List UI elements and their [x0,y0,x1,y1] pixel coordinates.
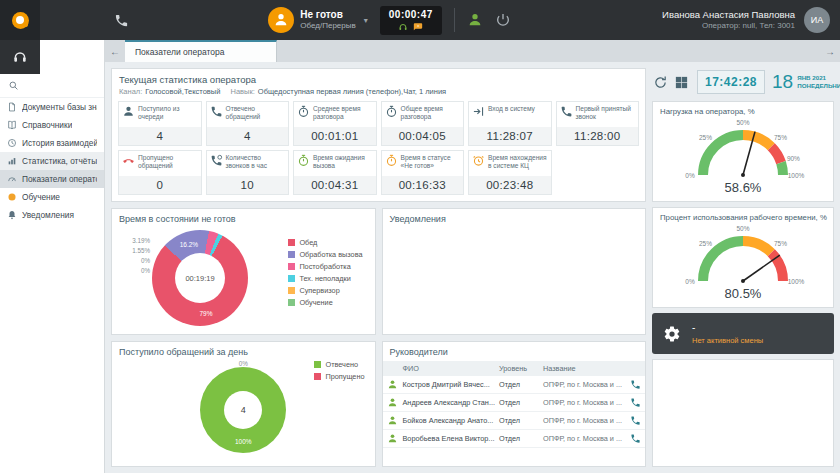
stopwatch-icon [385,105,398,118]
stat-tile-answered: Отвечено обращений 4 [206,101,290,146]
tab-scroll-right-icon[interactable]: → [820,40,840,62]
alarm-icon [472,154,485,167]
sidebar-nav: Документы базы знаний Справочники Истори… [0,98,104,224]
sidebar-item-kb-documents[interactable]: Документы базы знаний [0,98,104,116]
manager-org: ОПФР, по г. Москва и ... [543,380,625,389]
sidebar-item-notifications[interactable]: Уведомления [0,206,104,224]
call-manager-icon[interactable] [625,379,645,390]
managers-title: Руководители [383,342,646,359]
table-row[interactable]: Андреев Александр Стан... Отдел ОПФР, по… [383,394,646,412]
chart-legend: Обед Обработка вызова Постобработка Тех.… [288,238,362,307]
sidebar-item-training[interactable]: Обучение [0,188,104,206]
stopwatch-icon [297,154,310,167]
legend-item: Пропущено [314,372,364,381]
phone-icon[interactable] [114,13,129,28]
gear-icon[interactable] [663,325,681,343]
main: ← Показатели оператора → Текущая статист… [105,40,840,473]
tab-scroll-left-icon[interactable]: ← [105,40,125,62]
svg-text:90%: 90% [787,155,800,162]
refresh-icon[interactable] [653,75,668,90]
skill-value: Общедоступная первая линия (телефон),Чат… [258,87,446,96]
call-manager-icon[interactable] [625,397,645,408]
stat-value: 4 [119,127,201,145]
svg-text:100%: 100% [788,172,805,179]
donut-small-labels: 0% [239,359,248,369]
search-icon [8,80,19,91]
call-manager-icon[interactable] [625,415,645,426]
user-icon [122,105,135,118]
stat-tile-total-talk-time: Общее время разговора 00:04:05 [381,101,465,146]
shift-status: Нет активной смены [692,336,763,345]
stat-value: 10 [207,176,289,194]
svg-text:75%: 75% [774,240,787,247]
agent-status-selector[interactable]: Не готов Обед/Перерыв ▾ [268,7,367,33]
chart-title: Время в состоянии не готов [112,209,375,226]
stat-value: 11:28:00 [557,127,639,145]
legend-item: Супервизор [288,286,362,295]
history-icon [7,138,17,148]
channel-value: Голосовой,Текстовый [145,87,220,96]
stat-value: 00:23:48 [469,176,551,194]
stat-tile-calls-per-hour: Количество звонков в час 10 [206,150,290,195]
content: Текущая статистика оператора Канал:Голос… [105,62,840,473]
panel-work-time-usage-gauge: Процент использования рабочего времени, … [652,207,834,308]
shift-value: - [692,322,763,333]
app-root: Не готов Обед/Перерыв ▾ 00:00:47 [0,0,840,473]
chart-legend: Отвечено Пропущено [314,360,364,381]
agent-status: Не готов [300,9,355,22]
svg-text:100%: 100% [788,278,805,285]
panel-current-statistics: Текущая статистика оператора Канал:Голос… [111,68,646,202]
sidebar-search[interactable] [0,74,104,98]
agents-online-icon[interactable] [467,12,483,28]
table-row[interactable]: Воробьева Елена Виктор... Отдел ОПФР, по… [383,430,646,448]
headset-channel-icon [398,22,408,32]
date-day: 18 [772,71,793,93]
svg-text:50%: 50% [736,119,749,126]
sidebar-item-interaction-history[interactable]: История взаимодействий [0,134,104,152]
headset-nav-icon[interactable] [0,40,40,74]
agent-substatus: Обед/Перерыв [300,21,355,31]
not-ready-donut-chart: 79%16.2% 00:19:19 3.19%1.55%0%0% [152,230,248,326]
bell-icon [7,210,17,220]
empty-panel [652,359,834,467]
manager-org: ОПФР, по г. Москва и ... [543,416,625,425]
tab-operator-indicators[interactable]: Показатели оператора [125,40,277,62]
gauge-value: 80.5% [653,286,833,301]
table-row[interactable]: Костров Дмитрий Вячес... Отдел ОПФР, по … [383,376,646,394]
stat-tiles-row-2: Пропущено обращений 0 Количество звонков… [112,146,645,201]
login-icon [472,105,485,118]
status-timer: 00:00:47 [380,6,442,35]
document-icon [7,102,17,112]
channel-label: Канал: [119,87,142,96]
managers-table: ФИО Уровень Название Костров Дмитрий Вяч… [383,361,646,448]
stat-tile-not-ready-time: Время в статусе «Не готов» 00:16:33 [381,150,465,195]
book-icon [7,120,17,130]
stat-value: 4 [207,127,289,145]
app-logo[interactable] [0,0,40,40]
manager-name: Воробьева Елена Виктор... [403,434,500,443]
shift-panel: - Нет активной смены [652,313,834,354]
sidebar: Документы базы знаний Справочники Истори… [0,40,105,473]
work-time-usage-gauge-chart: 0%25%50%75%100% [653,225,833,289]
call-manager-icon[interactable] [625,433,645,444]
managers-table-header: ФИО Уровень Название [383,361,646,376]
stat-value: 00:01:01 [294,127,376,145]
avatar[interactable]: ИА [804,7,830,33]
layout-grid-icon[interactable] [674,75,689,90]
stat-tile-login-time: Вход в систему 11:28:07 [468,101,552,146]
sidebar-item-operator-indicators[interactable]: Показатели оператора [0,170,104,188]
table-row[interactable]: Бойков Александр Анато... Отдел ОПФР, по… [383,412,646,430]
skill-label: Навык: [231,87,255,96]
sidebar-item-statistics[interactable]: Статистика, отчёты, инфо... [0,152,104,170]
svg-text:75%: 75% [774,134,787,141]
logout-power-icon[interactable] [495,12,511,28]
stats-title: Текущая статистика оператора [119,74,638,85]
manager-name: Бойков Александр Анато... [403,416,500,425]
panel-operator-load-gauge: Нагрузка на оператора, % 0%25%50%75%90%1… [652,101,834,202]
stat-tiles-row-1: Поступило из очереди 4 Отвечено обращени… [112,97,645,146]
sidebar-item-directories[interactable]: Справочники [0,116,104,134]
stat-value: 00:16:33 [382,176,464,194]
daily-calls-donut-chart: 100% 4 0% [200,367,286,453]
chat-channel-icon [413,22,423,32]
legend-item: Обработка вызова [288,250,362,259]
